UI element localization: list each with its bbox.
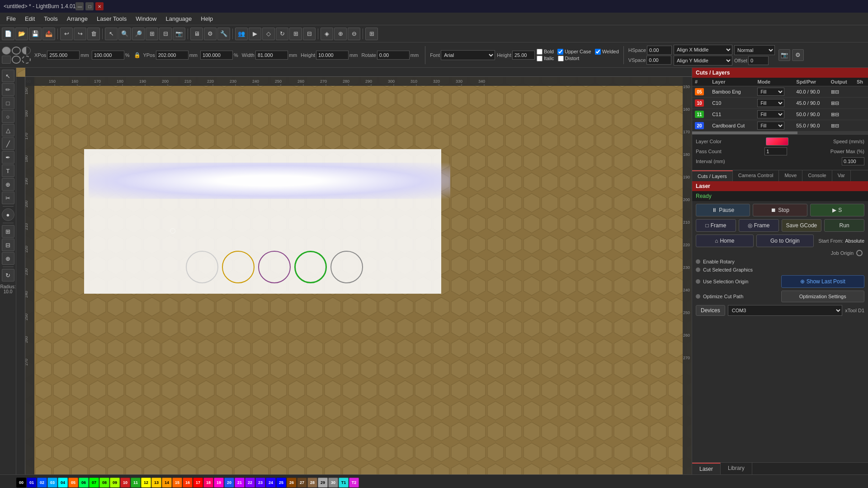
menu-language[interactable]: Language: [161, 14, 196, 24]
frame-inner-button[interactable]: ◎ Frame: [739, 219, 779, 232]
bool-diff-button[interactable]: ⊖: [348, 28, 360, 40]
align-x-select[interactable]: Align X Middle: [674, 45, 732, 55]
circle-1[interactable]: [186, 251, 218, 283]
swatch-10[interactable]: 10: [120, 478, 130, 488]
tool-array[interactable]: ⊞: [2, 225, 14, 238]
menu-laser-tools[interactable]: Laser Tools: [92, 14, 131, 24]
scale-h-input[interactable]: [200, 51, 233, 60]
tab-library[interactable]: Library: [721, 463, 752, 474]
swatch-14[interactable]: 14: [162, 478, 172, 488]
optimization-settings-button[interactable]: Optimization Settings: [781, 291, 865, 302]
home-button[interactable]: ⌂ Home: [696, 235, 754, 247]
shape-circle-empty[interactable]: [12, 47, 21, 55]
swatch-11[interactable]: 11: [131, 478, 141, 488]
layer-mode-0[interactable]: Fill: [757, 88, 784, 96]
swatch-09[interactable]: 09: [110, 478, 120, 488]
show-last-posit-button[interactable]: ⊕ Show Last Posit: [781, 275, 865, 288]
distribute-button[interactable]: ⊟: [303, 28, 316, 40]
delete-button[interactable]: 🗑: [87, 28, 100, 40]
swatch-20[interactable]: 20: [224, 478, 234, 488]
node-edit-button[interactable]: ◈: [321, 28, 333, 40]
swatch-02[interactable]: 02: [37, 478, 47, 488]
width-input[interactable]: [255, 51, 288, 60]
settings-button[interactable]: ⚙: [204, 28, 217, 40]
camera-ctrl-1[interactable]: 📷: [778, 49, 790, 61]
circle-5[interactable]: [330, 251, 363, 283]
path-button[interactable]: ◇: [262, 28, 275, 40]
tool-weld[interactable]: ⊕: [2, 252, 14, 265]
swatch-29[interactable]: 29: [318, 478, 328, 488]
height2-input[interactable]: [512, 51, 535, 60]
menu-tools[interactable]: Tools: [39, 14, 62, 24]
circle-4[interactable]: [294, 251, 327, 283]
export-button[interactable]: 📤: [42, 28, 55, 40]
tab-cuts-layers[interactable]: Cuts / Layers: [692, 170, 733, 181]
shape-path1[interactable]: [2, 56, 11, 64]
swatch-03[interactable]: 03: [47, 478, 57, 488]
swatch-08[interactable]: 08: [99, 478, 109, 488]
uppercase-check[interactable]: Upper Case: [557, 49, 591, 55]
save-gcode-button[interactable]: Save GCode: [782, 219, 822, 232]
devices-button[interactable]: Devices: [696, 305, 725, 316]
pass-count-input[interactable]: [764, 147, 787, 155]
layer-color-swatch[interactable]: [766, 137, 788, 145]
scale-w-input[interactable]: [92, 51, 124, 60]
tool-pen[interactable]: ✒: [2, 151, 14, 164]
swatch-16[interactable]: 16: [183, 478, 193, 488]
select-button[interactable]: ↖: [105, 28, 118, 40]
swatch-22[interactable]: 22: [245, 478, 255, 488]
tool-rotate-align[interactable]: ↻: [2, 269, 14, 282]
table-row[interactable]: 11 C11 Fill 50.0 / 90.0 ⊞⊟: [692, 109, 868, 120]
table-row[interactable]: 05 Bamboo Eng Fill 40.0 / 90.0 ⊞⊟: [692, 86, 868, 98]
swatch-26[interactable]: 26: [287, 478, 297, 488]
font-select[interactable]: Arial: [441, 50, 495, 60]
swatch-28[interactable]: 28: [307, 478, 317, 488]
zoom-in-button[interactable]: 🔎: [132, 28, 145, 40]
align-y-select[interactable]: Align Y Middle: [674, 56, 732, 66]
tool-offset[interactable]: ⊟: [2, 239, 14, 251]
shape-path3[interactable]: [22, 56, 31, 64]
tool-text[interactable]: T: [2, 164, 14, 177]
menu-file[interactable]: File: [2, 14, 20, 24]
swatch-15[interactable]: 15: [172, 478, 182, 488]
height-input[interactable]: [316, 51, 349, 60]
tool-position[interactable]: ⊕: [2, 178, 14, 191]
distort-check[interactable]: Distort: [558, 56, 580, 61]
swatch-24[interactable]: 24: [266, 478, 276, 488]
zoom-fit-button[interactable]: ⊞: [146, 28, 158, 40]
swatch-01[interactable]: 01: [27, 478, 37, 488]
swatch-T2[interactable]: T2: [349, 478, 359, 488]
go-origin-button[interactable]: Go to Origin: [756, 235, 814, 247]
com-select[interactable]: COM3: [728, 305, 843, 316]
tab-laser[interactable]: Laser: [692, 463, 721, 474]
circle-3[interactable]: [258, 251, 291, 283]
menu-arrange[interactable]: Arrange: [62, 14, 92, 24]
save-button[interactable]: 💾: [29, 28, 42, 40]
job-origin-radio[interactable]: [856, 250, 863, 256]
tab-console[interactable]: Console: [802, 170, 832, 181]
shape-path2[interactable]: [12, 56, 21, 64]
tools-button[interactable]: 🔧: [217, 28, 230, 40]
tool-measure[interactable]: ✂: [2, 192, 14, 204]
interval-input[interactable]: [842, 157, 864, 165]
tab-var[interactable]: Var: [832, 170, 851, 181]
swatch-07[interactable]: 07: [89, 478, 99, 488]
swatch-19[interactable]: 19: [214, 478, 224, 488]
xpos-input[interactable]: [47, 51, 80, 60]
swatch-21[interactable]: 21: [235, 478, 245, 488]
swatch-13[interactable]: 13: [151, 478, 161, 488]
close-button[interactable]: ✕: [95, 2, 104, 10]
tool-ellipse[interactable]: ○: [2, 110, 14, 123]
start-button[interactable]: ▶ S: [810, 204, 864, 216]
layer-mode-3[interactable]: Fill: [757, 122, 784, 130]
swatch-25[interactable]: 25: [276, 478, 286, 488]
tab-move[interactable]: Move: [779, 170, 802, 181]
menu-window[interactable]: Window: [131, 14, 161, 24]
zoom-select-button[interactable]: ⊟: [159, 28, 172, 40]
circle-2[interactable]: [222, 251, 255, 283]
maximize-button[interactable]: □: [85, 2, 94, 10]
bold-check[interactable]: Bold: [537, 49, 554, 55]
table-row[interactable]: 20 Cardboard Cut Fill 55.0 / 90.0 ⊞⊟: [692, 120, 868, 131]
swatch-00[interactable]: 00: [16, 478, 26, 488]
minimize-button[interactable]: —: [75, 2, 84, 10]
